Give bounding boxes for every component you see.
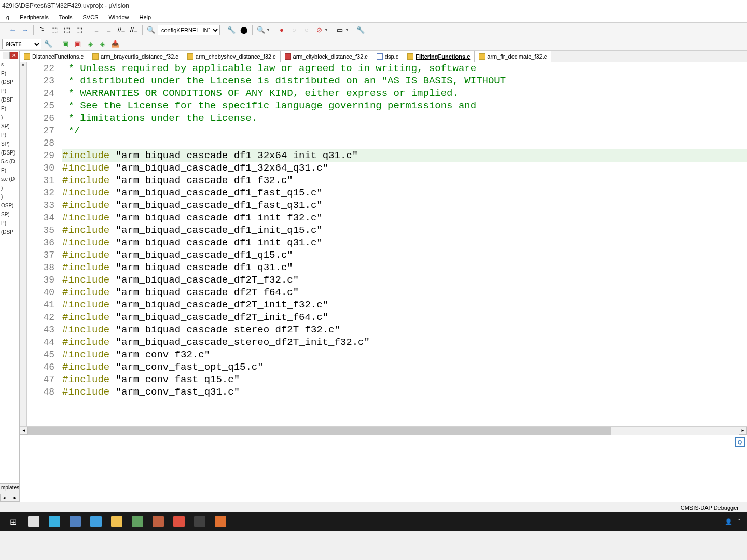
code-line[interactable]: #include "arm_biquad_cascade_df1_init_q1… xyxy=(62,224,747,236)
scroll-left-button[interactable]: ◄ xyxy=(0,494,8,502)
chevron-up-icon[interactable]: ˄ xyxy=(738,518,741,525)
code-line[interactable]: #include "arm_biquad_cascade_df1_fast_q1… xyxy=(62,187,747,199)
tree-item[interactable]: (DSP xyxy=(0,78,19,87)
fold-margin[interactable]: ▲ xyxy=(20,62,27,426)
code-line[interactable]: * distributed under the License is distr… xyxy=(62,75,747,87)
tab-arm_braycurtis_distance_f32-c[interactable]: arm_braycurtis_distance_f32.c xyxy=(88,51,183,62)
code-line[interactable]: * limitations under the License. xyxy=(62,112,747,124)
bookmark-button[interactable]: 🏳 xyxy=(36,24,48,36)
tree-item[interactable]: ) xyxy=(0,192,19,201)
tab-arm_cityblock_distance_f32-c[interactable]: arm_cityblock_distance_f32.c xyxy=(281,51,372,62)
bookmark-next-button[interactable]: ⬚ xyxy=(61,24,73,36)
hscroll-thumb[interactable] xyxy=(28,427,611,435)
code-line[interactable]: #include "arm_biquad_cascade_stereo_df2T… xyxy=(62,324,747,336)
code-line[interactable]: * See the License for the specific langu… xyxy=(62,100,747,112)
output-search-icon[interactable]: Q xyxy=(735,437,745,447)
hscroll-left-button[interactable]: ◄ xyxy=(20,427,28,435)
code-line[interactable]: #include "arm_biquad_cascade_df1_init_f3… xyxy=(62,212,747,224)
tree-item[interactable]: ) xyxy=(0,113,19,122)
zoom-icon[interactable]: 🔍 xyxy=(255,24,267,36)
debug-button[interactable]: 🔧 xyxy=(226,24,237,36)
tree-item[interactable]: P) xyxy=(0,87,19,95)
find-button[interactable]: 🔍 xyxy=(145,24,157,36)
code-line[interactable]: #include "arm_biquad_cascade_df1_32x64_i… xyxy=(62,149,747,162)
menu-svcs[interactable]: SVCS xyxy=(77,13,103,21)
tree-item[interactable]: 5.c (D xyxy=(0,157,19,166)
comment-button[interactable]: //≡ xyxy=(116,24,127,36)
outdent-button[interactable]: ≡ xyxy=(103,24,115,36)
stop-dropdown[interactable]: ▼ xyxy=(324,24,328,36)
menu-window[interactable]: Window xyxy=(103,13,134,21)
code-line[interactable]: #include "arm_biquad_cascade_df1_init_q3… xyxy=(62,236,747,249)
code-line[interactable]: #include "arm_biquad_cascade_df1_32x64_q… xyxy=(62,162,747,174)
taskbar-wps[interactable] xyxy=(170,514,188,529)
code-line[interactable]: #include "arm_biquad_cascade_stereo_df2T… xyxy=(62,336,747,348)
taskbar-app5[interactable] xyxy=(191,514,209,529)
tree-item[interactable]: ) xyxy=(0,184,19,192)
tree-item[interactable]: SP) xyxy=(0,210,19,219)
code-line[interactable]: */ xyxy=(62,124,747,137)
batch-build-button[interactable]: ◈ xyxy=(85,38,96,50)
code-line[interactable]: #include "arm_biquad_cascade_df2T_init_f… xyxy=(62,299,747,311)
tree-item[interactable]: P) xyxy=(0,69,19,78)
tab-dsp-c[interactable]: dsp.c xyxy=(372,51,403,62)
sidebar-close-button[interactable]: ✕ xyxy=(10,52,18,59)
hscroll-right-button[interactable]: ► xyxy=(739,427,747,435)
tree-item[interactable]: P) xyxy=(0,166,19,175)
tab-FilteringFunctions-c[interactable]: FilteringFunctions.c xyxy=(403,51,475,62)
taskbar-search[interactable] xyxy=(25,514,43,529)
uncomment-button[interactable]: //≡ xyxy=(128,24,140,36)
sidebar-pin-button[interactable] xyxy=(3,52,10,59)
zoom-dropdown[interactable]: ▼ xyxy=(266,24,270,36)
tree-item[interactable]: SP) xyxy=(0,122,19,131)
window-button[interactable]: ▭ xyxy=(334,24,345,36)
code-line[interactable]: #include "arm_conv_fast_q15.c" xyxy=(62,373,747,386)
sidebar-tab[interactable]: mplates xyxy=(0,483,19,494)
code-line[interactable]: #include "arm_conv_f32.c" xyxy=(62,348,747,361)
code-line[interactable] xyxy=(62,137,747,149)
code-line[interactable]: * Unless required by applicable law or a… xyxy=(62,62,747,75)
tray-icon[interactable]: 👤 xyxy=(725,518,732,525)
tree-item[interactable]: P) xyxy=(0,104,19,113)
translate-button[interactable]: ◈ xyxy=(97,38,108,50)
code-line[interactable]: #include "arm_biquad_cascade_df1_q31.c" xyxy=(62,261,747,274)
code-editor[interactable]: ▲ 22232425262728293031323334353637383940… xyxy=(20,62,747,426)
editor-hscroll[interactable]: ◄ ► xyxy=(20,426,747,435)
hscroll-track[interactable] xyxy=(28,427,739,435)
tab-arm_chebyshev_distance_f32-c[interactable]: arm_chebyshev_distance_f32.c xyxy=(183,51,281,62)
indent-button[interactable]: ≡ xyxy=(91,24,102,36)
tree-item[interactable]: P) xyxy=(0,131,19,139)
tab-DistanceFunctions-c[interactable]: DistanceFunctions.c xyxy=(20,51,88,62)
bookmark-clear-button[interactable]: ⬚ xyxy=(74,24,85,36)
tree-item[interactable]: (DSF xyxy=(0,95,19,104)
stop-button[interactable]: ⊘ xyxy=(313,24,325,36)
find-combo[interactable]: configKERNEL_INTERRUP xyxy=(158,25,220,35)
bookmark-prev-button[interactable]: ⬚ xyxy=(49,24,60,36)
tree-item[interactable]: SP) xyxy=(0,139,19,148)
scroll-up-icon[interactable]: ▲ xyxy=(20,62,26,67)
code-line[interactable]: #include "arm_biquad_cascade_df2T_f32.c" xyxy=(62,274,747,286)
build-button[interactable]: ▣ xyxy=(60,38,71,50)
taskbar-edge[interactable] xyxy=(46,514,63,529)
tree-item[interactable]: (DSP) xyxy=(0,148,19,157)
code-line[interactable]: #include "arm_biquad_cascade_df1_fast_q3… xyxy=(62,199,747,212)
code-line[interactable]: * WARRANTIES OR CONDITIONS OF ANY KIND, … xyxy=(62,87,747,100)
record-button[interactable]: ● xyxy=(276,24,287,36)
code-line[interactable]: #include "arm_conv_fast_opt_q15.c" xyxy=(62,361,747,373)
code-line[interactable]: #include "arm_biquad_cascade_df1_q15.c" xyxy=(62,249,747,261)
rebuild-button[interactable]: ▣ xyxy=(72,38,84,50)
menu-help[interactable]: Help xyxy=(134,13,157,21)
menu-peripherals[interactable]: Peripherals xyxy=(15,13,54,21)
taskbar-explorer[interactable] xyxy=(108,514,126,529)
tree-item[interactable]: P) xyxy=(0,219,19,228)
download-button[interactable]: 📥 xyxy=(109,38,121,50)
menu-g[interactable]: g xyxy=(1,13,15,21)
scroll-right-button[interactable]: ► xyxy=(11,494,19,502)
target-combo[interactable]: 9IGT6 xyxy=(2,39,42,49)
tree-item[interactable]: s.c (D xyxy=(0,175,19,184)
taskbar-app2[interactable] xyxy=(87,514,105,529)
code-line[interactable]: #include "arm_conv_fast_q31.c" xyxy=(62,386,747,398)
system-tray[interactable]: 👤˄ xyxy=(725,518,743,525)
menu-tools[interactable]: Tools xyxy=(54,13,78,21)
taskbar-matlab[interactable] xyxy=(212,514,229,529)
